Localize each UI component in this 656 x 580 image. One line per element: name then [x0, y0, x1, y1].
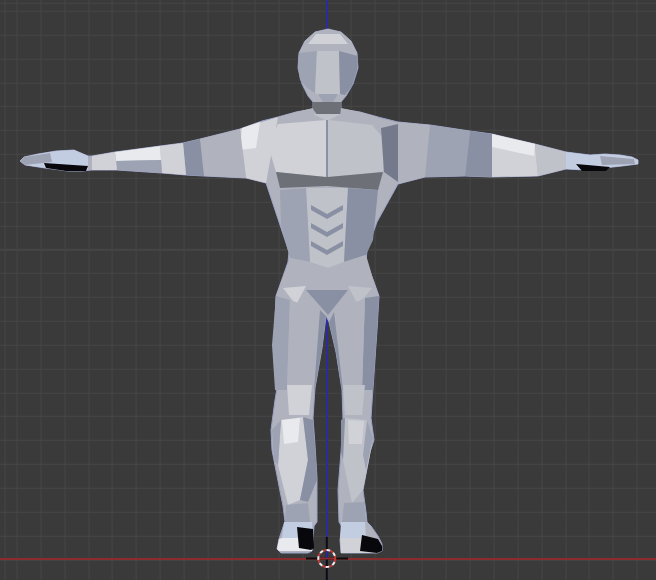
- cursor-3d-icon: [0, 0, 656, 580]
- viewport-3d[interactable]: [0, 0, 656, 580]
